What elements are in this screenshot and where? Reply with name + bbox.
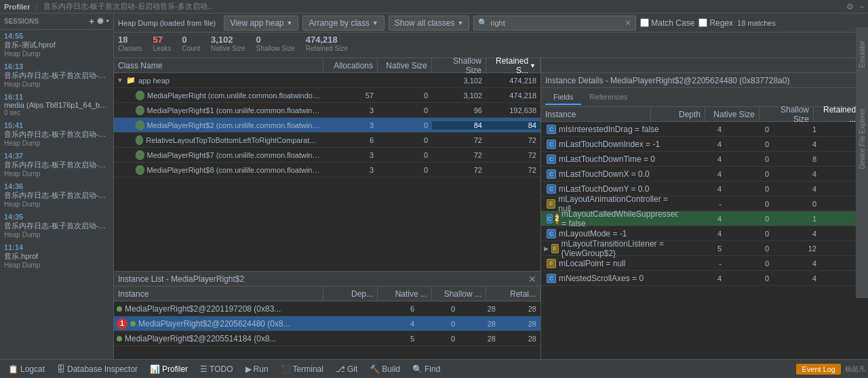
database-inspector-btn[interactable]: 🗄 Database Inspector — [52, 363, 143, 375]
col-native-size[interactable]: Native Size — [378, 58, 432, 72]
detail-shallow: 4 — [773, 140, 821, 148]
detail-row[interactable]: C mNestedScrollAxes = 0 4 0 4 0 — [541, 271, 868, 286]
git-btn[interactable]: ⎇ Git — [330, 363, 363, 375]
logcat-btn[interactable]: 📋 Logcat — [3, 363, 50, 375]
tab-references[interactable]: References — [581, 90, 635, 105]
event-log-btn[interactable]: Event Log — [796, 364, 841, 375]
inst-name-cell: 1 MediaPlayerRight$2@2205624480 (0x8... — [114, 318, 378, 329]
detail-row[interactable]: C mLastTouchDownX = 0.0 4 0 4 4 — [541, 167, 868, 182]
session-item[interactable]: 14:35 音乐内存日志-板子首次启动-后... Heap Dump — [0, 211, 113, 241]
detail-shallow: 0 — [773, 200, 821, 208]
session-item[interactable]: 16:13 音乐内存日志-板子首次启动-后... Heap Dump — [0, 60, 113, 91]
detail-col-instance[interactable]: Instance — [541, 107, 651, 121]
folder-icon: 📁 — [126, 76, 136, 85]
regex-checkbox[interactable]: Regex — [698, 18, 733, 28]
col-shallow-size[interactable]: Shallow Size — [432, 58, 486, 72]
instance-row[interactable]: 1 MediaPlayerRight$2@2205624480 (0x8... … — [114, 316, 540, 331]
tab-fields[interactable]: Fields — [545, 90, 581, 105]
class-icon: C — [136, 135, 143, 145]
detail-row[interactable]: F mLocalPoint = null - 0 4 0 — [541, 256, 868, 271]
match-case-checkbox[interactable]: Match Case — [640, 18, 694, 28]
class-row[interactable]: C MediaPlayerRight$2 (com.unilife.common… — [114, 118, 540, 133]
col-retained-size[interactable]: Retained S... ▼ — [486, 58, 540, 72]
arrange-by-class-btn[interactable]: Arrange by class ▼ — [302, 16, 384, 30]
stop-icon[interactable]: ▪ — [106, 16, 109, 26]
search-box[interactable]: 🔍 ✕ — [473, 16, 636, 30]
search-icon: 🔍 — [478, 18, 488, 27]
inst-col-instance[interactable]: Instance — [114, 287, 323, 301]
instance-panel-close[interactable]: ✕ — [528, 274, 536, 285]
detail-row[interactable]: C 2 mLayoutCalledWhileSuppressed = false… — [541, 211, 868, 226]
session-type: Heap Dump — [4, 81, 109, 88]
terminal-btn[interactable]: ⬛ Terminal — [275, 363, 329, 375]
sort-arrow-icon: ▼ — [530, 62, 536, 69]
minimize-icon[interactable]: − — [859, 2, 864, 12]
session-time: 15:41 — [4, 121, 109, 129]
session-item[interactable]: 11:14 音乐.hprof Heap Dump — [0, 241, 113, 272]
build-btn[interactable]: 🔨 Build — [364, 363, 406, 375]
detail-depth: 5 — [678, 245, 726, 253]
col-class-name[interactable]: Class Name — [114, 58, 323, 72]
session-time: 11:14 — [4, 243, 109, 251]
todo-btn[interactable]: ☰ TODO — [195, 363, 238, 375]
inst-col-depth[interactable]: Dep... — [323, 287, 378, 301]
search-input[interactable] — [490, 19, 622, 27]
view-app-heap-btn[interactable]: View app heap ▼ — [224, 16, 298, 30]
session-item[interactable]: 15:41 音乐内存日志-板子首次启动-后... Heap Dump — [0, 119, 113, 150]
top-bar: Profiler | 音乐内存日志-板子首次启动-后启动音乐-多次启动... ⚙… — [0, 0, 868, 14]
class-name-cell: C RelativeLayoutTopToBottomLeftToRightCo… — [114, 135, 323, 145]
retained-cell: 84 — [486, 121, 540, 129]
class-row[interactable]: ▼ 📁 app heap 3,102 474,218 — [114, 73, 540, 88]
expand-tri[interactable]: ▶ — [544, 245, 549, 252]
detail-name-cell: C mLastTouchDownY = 0.0 — [541, 184, 678, 194]
field-type-icon: F — [547, 199, 555, 209]
detail-row[interactable]: C mIsInterestedInDrag = false 4 0 1 1 — [541, 122, 868, 137]
class-list: ▼ 📁 app heap 3,102 474,218 C MediaPlayer… — [114, 73, 540, 271]
session-item[interactable]: 14:36 音乐内存日志-板子首次启动-后... Heap Dump — [0, 180, 113, 211]
field-type-icon: C — [547, 214, 553, 224]
instance-row[interactable]: MediaPlayerRight$2@2201197208 (0x83... 6… — [114, 301, 540, 316]
class-row[interactable]: C MediaPlayerRight$7 (com.unilife.common… — [114, 148, 540, 163]
search-clear-icon[interactable]: ✕ — [625, 18, 631, 28]
class-name-cell: C MediaPlayerRight$8 (com.unilife.common… — [114, 165, 323, 175]
shallow-cell: 72 — [432, 166, 486, 174]
class-row[interactable]: C MediaPlayerRight$8 (com.unilife.common… — [114, 163, 540, 177]
record-icon[interactable]: ◉ — [97, 16, 104, 26]
run-btn[interactable]: ▶ Run — [240, 363, 274, 375]
field-name: mLastTouchDownY = 0.0 — [559, 184, 650, 194]
session-item[interactable]: 14:55 音乐-测试.hprof Heap Dump — [0, 30, 113, 60]
add-session-icon[interactable]: + — [90, 16, 95, 26]
inst-col-shallow[interactable]: Shallow ... — [432, 287, 486, 301]
session-item[interactable]: 16:11 media (Alps Tb8176p1_64_bs... 0 se… — [0, 91, 113, 119]
instance-panel-title: Instance List - MediaPlayerRight$2 ✕ — [114, 272, 540, 287]
expand-icon[interactable]: ▼ — [117, 77, 123, 84]
class-name: RelativeLayoutTopToBottomLeftToRightComp… — [146, 136, 321, 144]
detail-col-shallow[interactable]: Shallow Size — [760, 107, 814, 121]
gear-icon[interactable]: ⚙ — [846, 2, 854, 12]
class-row[interactable]: C MediaPlayerRight$1 (com.unilife.common… — [114, 103, 540, 118]
top-bar-left: Profiler | 音乐内存日志-板子首次启动-后启动音乐-多次启动... — [4, 1, 214, 12]
class-name-cell: C MediaPlayerRight (com.unilife.common.f… — [114, 91, 323, 100]
session-item[interactable]: 14:37 音乐内存日志-板子首次启动-后... Heap Dump — [0, 150, 113, 180]
detail-native: 0 — [726, 185, 773, 193]
class-row[interactable]: C RelativeLayoutTopToBottomLeftToRightCo… — [114, 133, 540, 148]
detail-col-native[interactable]: Native Size — [705, 107, 760, 121]
retained-cell: 72 — [486, 151, 540, 159]
native-cell: 0 — [378, 121, 432, 129]
instance-row[interactable]: MediaPlayerRight$2@2205514184 (0x8... 5 … — [114, 331, 540, 346]
view-app-heap-chevron: ▼ — [286, 20, 292, 26]
detail-row[interactable]: C mLastTouchDownTime = 0 4 0 8 8 — [541, 152, 868, 167]
inst-col-native[interactable]: Native ... — [378, 287, 432, 301]
inst-col-retained[interactable]: Retai... — [486, 287, 540, 301]
detail-row[interactable]: C mLastTouchDownIndex = -1 4 0 4 4 — [541, 137, 868, 152]
detail-row[interactable]: ▶ F mLayoutTransitionListener = {ViewGro… — [541, 241, 868, 256]
find-btn[interactable]: 🔍 Find — [407, 363, 446, 375]
detail-col-depth[interactable]: Depth — [651, 107, 705, 121]
class-row[interactable]: C MediaPlayerRight (com.unilife.common.f… — [114, 88, 540, 103]
show-all-classes-btn[interactable]: Show all classes ▼ — [389, 16, 470, 30]
detail-depth: 4 — [678, 170, 726, 178]
profiler-bottom-btn[interactable]: 📊 Profiler — [144, 363, 193, 375]
col-allocations[interactable]: Allocations — [323, 58, 378, 72]
session-name: 音乐内存日志-板子首次启动-后... — [4, 160, 109, 170]
instance-badge: 2 — [555, 213, 559, 224]
